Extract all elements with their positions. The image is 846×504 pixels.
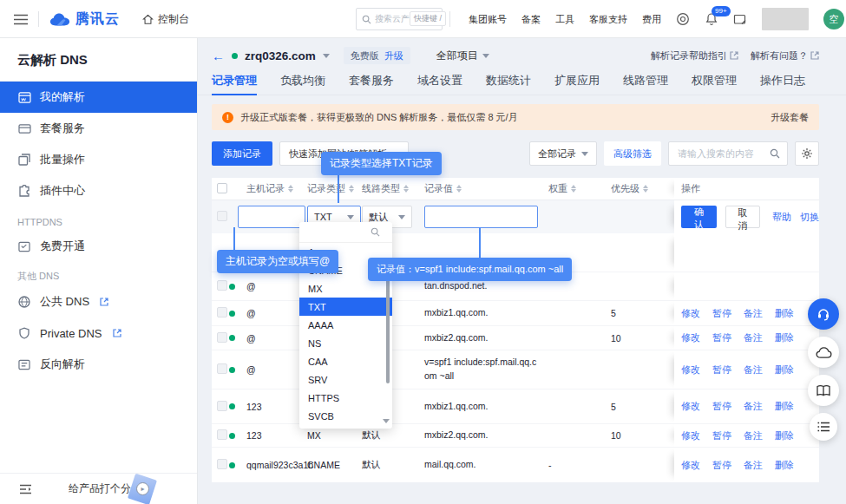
record-search-box[interactable] — [668, 141, 788, 166]
row-checkbox[interactable] — [217, 401, 227, 411]
console-link[interactable]: 控制台 — [142, 12, 189, 27]
record-value-input[interactable] — [424, 206, 538, 228]
select-all-checkbox[interactable] — [217, 183, 227, 193]
type-option-https[interactable]: HTTPS — [299, 389, 392, 407]
customer-service-fab[interactable] — [808, 298, 839, 330]
sidebar-item-public-dns[interactable]: 公共 DNS — [0, 286, 197, 317]
sort-icon[interactable] — [571, 185, 576, 193]
sidebar-item-batch-ops[interactable]: 批量操作 — [0, 144, 197, 175]
dropdown-scrollbar[interactable] — [386, 276, 390, 383]
pause-link[interactable]: 暂停 — [712, 307, 731, 320]
row-checkbox[interactable] — [217, 280, 227, 291]
remark-link[interactable]: 备注 — [744, 363, 763, 376]
remark-link[interactable]: 备注 — [744, 429, 763, 442]
delete-link[interactable]: 删除 — [775, 331, 794, 344]
advanced-filter-button[interactable]: 高级筛选 — [604, 141, 661, 166]
sidebar-item-reverse-dns[interactable]: 反向解析 — [0, 349, 197, 380]
type-option-aaaa[interactable]: AAAA — [299, 316, 392, 334]
notification-bell-icon[interactable]: 99+ — [705, 12, 718, 26]
help-link[interactable]: 帮助 — [772, 211, 791, 224]
menu-tools[interactable]: 工具 — [555, 13, 574, 26]
remark-link[interactable]: 备注 — [744, 459, 763, 472]
modify-link[interactable]: 修改 — [681, 459, 700, 472]
sort-icon[interactable] — [456, 185, 462, 193]
modify-link[interactable]: 修改 — [681, 363, 700, 376]
pause-link[interactable]: 暂停 — [712, 331, 731, 344]
tab-plan-service[interactable]: 套餐服务 — [349, 66, 394, 95]
chevron-down-icon[interactable] — [323, 54, 330, 58]
modify-link[interactable]: 修改 — [681, 307, 700, 320]
help-circle-icon[interactable] — [676, 12, 690, 26]
type-option-srv[interactable]: SRV — [299, 370, 392, 389]
avatar[interactable]: 空 — [823, 9, 844, 29]
cancel-button[interactable]: 取消 — [725, 206, 761, 228]
pause-link[interactable]: 暂停 — [712, 459, 731, 472]
tab-statistics[interactable]: 数据统计 — [486, 66, 531, 95]
switch-link[interactable]: 切换 — [800, 211, 819, 224]
pause-link[interactable]: 暂停 — [712, 429, 731, 442]
remark-link[interactable]: 备注 — [744, 331, 763, 344]
sort-icon[interactable] — [349, 185, 354, 193]
menu-icp-filing[interactable]: 备案 — [521, 13, 541, 26]
billing-center-icon[interactable] — [733, 13, 747, 26]
type-option-txt[interactable]: TXT — [299, 298, 392, 316]
project-filter[interactable]: 全部项目 — [436, 49, 489, 63]
sort-icon[interactable] — [643, 185, 648, 193]
sort-icon[interactable] — [288, 185, 293, 193]
domain-name[interactable]: zrq0326.com — [245, 49, 316, 62]
row-checkbox[interactable] — [217, 429, 227, 440]
delete-link[interactable]: 删除 — [775, 429, 794, 442]
back-arrow-icon[interactable]: ← — [212, 49, 225, 62]
col-priority[interactable]: 优先级 — [611, 182, 674, 195]
documentation-fab[interactable] — [808, 375, 839, 406]
col-weight[interactable]: 权重 — [548, 182, 611, 195]
sort-icon[interactable] — [403, 185, 409, 193]
help-question-link[interactable]: 解析有问题？ — [751, 49, 819, 62]
delete-link[interactable]: 删除 — [775, 307, 794, 320]
type-option-caa[interactable]: CAA — [299, 352, 392, 370]
tab-domain-settings[interactable]: 域名设置 — [417, 66, 462, 95]
col-line[interactable]: 线路类型 — [362, 182, 424, 195]
survey-list-fab[interactable] — [810, 413, 837, 441]
delete-link[interactable]: 删除 — [775, 400, 794, 413]
record-search-input[interactable] — [676, 147, 770, 160]
dropdown-filter-input[interactable] — [299, 222, 392, 243]
modify-link[interactable]: 修改 — [681, 331, 700, 344]
record-filter-select[interactable]: 全部记录 — [529, 141, 597, 166]
host-record-input[interactable] — [238, 206, 305, 228]
feedback-circle-icon[interactable]: ▸ — [136, 482, 149, 495]
hamburger-menu-icon[interactable] — [14, 14, 28, 25]
sidebar-item-plugin-center[interactable]: 插件中心 — [0, 175, 197, 206]
pause-link[interactable]: 暂停 — [712, 400, 731, 413]
pause-link[interactable]: 暂停 — [712, 363, 731, 376]
col-value[interactable]: 记录值 — [424, 182, 548, 195]
col-host[interactable]: 主机记录 — [246, 182, 307, 195]
menu-billing[interactable]: 费用 — [642, 13, 661, 26]
tab-record-management[interactable]: 记录管理 — [212, 66, 257, 95]
sidebar-item-private-dns[interactable]: Private DNS — [0, 317, 197, 349]
column-settings-button[interactable] — [795, 141, 819, 166]
remark-link[interactable]: 备注 — [744, 307, 763, 320]
delete-link[interactable]: 删除 — [775, 363, 794, 376]
tab-extensions[interactable]: 扩展应用 — [554, 66, 600, 95]
tab-line-management[interactable]: 线路管理 — [623, 66, 668, 95]
collapse-sidebar-icon[interactable] — [19, 484, 32, 494]
menu-support[interactable]: 客服支持 — [589, 13, 627, 26]
sidebar-item-my-dns[interactable]: 我的解析 — [0, 82, 197, 113]
menu-group-account[interactable]: 集团账号 — [469, 13, 507, 26]
add-record-button[interactable]: 添加记录 — [212, 141, 272, 166]
upgrade-link[interactable]: 升级 — [384, 49, 403, 62]
cloud-assistant-fab[interactable] — [808, 337, 839, 368]
row-checkbox[interactable] — [217, 307, 227, 317]
row-checkbox[interactable] — [217, 363, 227, 374]
sidebar-item-free-activation[interactable]: 免费开通 — [0, 231, 197, 262]
rate-product-link[interactable]: 给产品打个分 — [69, 481, 131, 496]
confirm-button[interactable]: 确认 — [681, 206, 717, 228]
modify-link[interactable]: 修改 — [681, 429, 700, 442]
tab-load-balancing[interactable]: 负载均衡 — [280, 66, 325, 95]
col-type[interactable]: 记录类型 — [307, 182, 362, 195]
sidebar-item-plans[interactable]: 套餐服务 — [0, 113, 197, 144]
upgrade-plan-link[interactable]: 升级套餐 — [771, 111, 809, 124]
row-checkbox[interactable] — [217, 459, 227, 469]
row-checkbox[interactable] — [217, 332, 227, 343]
